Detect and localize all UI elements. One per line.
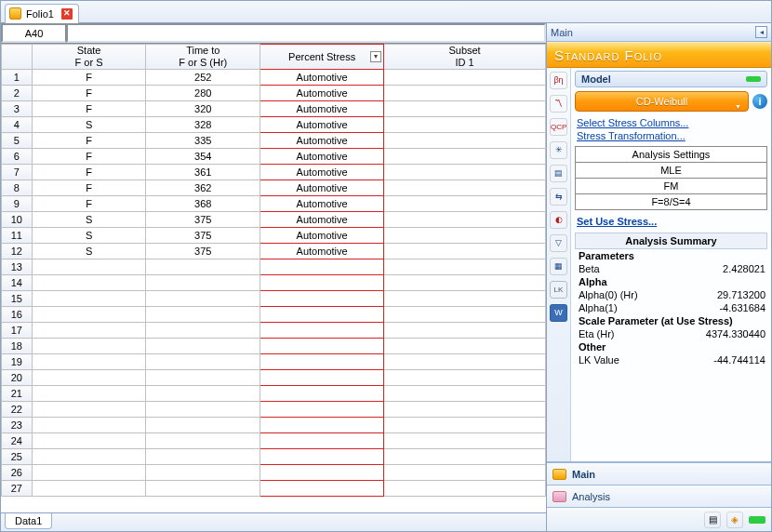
model-section-header[interactable]: Model xyxy=(575,71,767,87)
row-header[interactable]: 26 xyxy=(2,465,33,481)
close-icon[interactable]: ✕ xyxy=(61,8,73,20)
table-row[interactable]: 23 xyxy=(2,418,546,433)
cell-state[interactable]: S xyxy=(32,117,146,133)
row-header[interactable]: 4 xyxy=(2,117,33,133)
cell-time[interactable] xyxy=(146,354,260,370)
transfer-icon[interactable]: ⇆ xyxy=(550,188,567,206)
cell-stress[interactable]: Automotive xyxy=(260,165,384,180)
cell-subset[interactable] xyxy=(384,196,546,212)
row-header[interactable]: 11 xyxy=(2,228,33,244)
stress-dropdown-icon[interactable]: ▾ xyxy=(370,51,381,62)
cell-time[interactable] xyxy=(146,275,260,291)
cell-subset[interactable] xyxy=(384,86,546,101)
cell-time[interactable] xyxy=(146,402,260,418)
table-row[interactable]: 6F354Automotive xyxy=(2,149,546,165)
footer-tool-2-icon[interactable]: ◈ xyxy=(726,512,743,528)
cell-subset[interactable] xyxy=(384,465,546,481)
cell-state[interactable]: F xyxy=(32,133,146,149)
cell-time[interactable]: 368 xyxy=(146,196,260,212)
row-header[interactable]: 15 xyxy=(2,291,33,307)
corner-header[interactable] xyxy=(2,45,33,70)
cell-stress[interactable] xyxy=(260,354,384,370)
row-header[interactable]: 18 xyxy=(2,339,33,354)
row-header[interactable]: 17 xyxy=(2,323,33,339)
cell-state[interactable]: S xyxy=(32,212,146,228)
cell-subset[interactable] xyxy=(384,418,546,433)
cell-stress[interactable]: Automotive xyxy=(260,244,384,259)
row-header[interactable]: 27 xyxy=(2,481,33,497)
cell-state[interactable]: S xyxy=(32,228,146,244)
cell-state[interactable] xyxy=(32,481,146,497)
cell-stress[interactable] xyxy=(260,323,384,339)
cell-stress[interactable] xyxy=(260,465,384,481)
row-header[interactable]: 19 xyxy=(2,354,33,370)
table-row[interactable]: 11S375Automotive xyxy=(2,228,546,244)
table-row[interactable]: 3F320Automotive xyxy=(2,101,546,117)
cell-stress[interactable] xyxy=(260,418,384,433)
cell-time[interactable] xyxy=(146,449,260,465)
table-row[interactable]: 27 xyxy=(2,481,546,497)
cell-subset[interactable] xyxy=(384,339,546,354)
table-row[interactable]: 22 xyxy=(2,402,546,418)
cell-subset[interactable] xyxy=(384,323,546,339)
set-use-stress-link[interactable]: Set Use Stress... xyxy=(577,216,765,227)
cell-time[interactable] xyxy=(146,386,260,402)
document-tab[interactable]: Folio1 ✕ xyxy=(5,4,79,23)
cell-state[interactable]: F xyxy=(32,86,146,101)
cell-subset[interactable] xyxy=(384,133,546,149)
table-row[interactable]: 19 xyxy=(2,354,546,370)
model-dropdown[interactable]: CD-Weibull xyxy=(575,91,749,112)
cell-time[interactable]: 375 xyxy=(146,228,260,244)
cell-stress[interactable]: Automotive xyxy=(260,212,384,228)
cell-state[interactable]: S xyxy=(32,244,146,259)
table-row[interactable]: 24 xyxy=(2,433,546,449)
stress-icon[interactable]: ✳ xyxy=(550,141,567,159)
cell-time[interactable]: 252 xyxy=(146,70,260,86)
cell-stress[interactable] xyxy=(260,433,384,449)
row-header[interactable]: 8 xyxy=(2,180,33,196)
row-header[interactable]: 24 xyxy=(2,433,33,449)
cell-subset[interactable] xyxy=(384,386,546,402)
section-main-button[interactable]: Main xyxy=(547,462,771,485)
table-row[interactable]: 12S375Automotive xyxy=(2,244,546,259)
cell-stress[interactable] xyxy=(260,259,384,275)
cell-time[interactable] xyxy=(146,323,260,339)
cell-state[interactable] xyxy=(32,339,146,354)
table-row[interactable]: 9F368Automotive xyxy=(2,196,546,212)
cell-time[interactable] xyxy=(146,370,260,386)
cell-state[interactable]: F xyxy=(32,101,146,117)
cell-state[interactable] xyxy=(32,449,146,465)
spreadsheet[interactable]: State F or S Time to F or S (Hr) Percent… xyxy=(1,44,546,512)
table-row[interactable]: 25 xyxy=(2,449,546,465)
row-header[interactable]: 25 xyxy=(2,449,33,465)
row-header[interactable]: 10 xyxy=(2,212,33,228)
cell-state[interactable] xyxy=(32,370,146,386)
table-row[interactable]: 16 xyxy=(2,307,546,323)
row-header[interactable]: 21 xyxy=(2,386,33,402)
cell-stress[interactable]: Automotive xyxy=(260,196,384,212)
table-row[interactable]: 18 xyxy=(2,339,546,354)
cell-stress[interactable]: Automotive xyxy=(260,133,384,149)
sheet-tab[interactable]: Data1 xyxy=(5,513,52,529)
cell-subset[interactable] xyxy=(384,449,546,465)
cell-state[interactable] xyxy=(32,386,146,402)
cell-time[interactable] xyxy=(146,307,260,323)
cell-subset[interactable] xyxy=(384,101,546,117)
cell-state[interactable] xyxy=(32,275,146,291)
alter-icon[interactable]: ◐ xyxy=(550,211,567,229)
report-icon[interactable]: ▦ xyxy=(550,258,567,275)
cell-subset[interactable] xyxy=(384,149,546,165)
cell-stress[interactable] xyxy=(260,370,384,386)
cell-subset[interactable] xyxy=(384,402,546,418)
table-row[interactable]: 1F252Automotive xyxy=(2,70,546,86)
section-analysis-button[interactable]: Analysis xyxy=(547,485,771,507)
cell-subset[interactable] xyxy=(384,307,546,323)
cell-time[interactable]: 280 xyxy=(146,86,260,101)
table-row[interactable]: 14 xyxy=(2,275,546,291)
cell-stress[interactable]: Automotive xyxy=(260,149,384,165)
table-row[interactable]: 8F362Automotive xyxy=(2,180,546,196)
col-header-stress[interactable]: Percent Stress ▾ xyxy=(260,45,384,70)
col-header-subset[interactable]: Subset ID 1 xyxy=(384,45,546,70)
cell-stress[interactable] xyxy=(260,291,384,307)
select-stress-columns-link[interactable]: Select Stress Columns... xyxy=(577,117,765,128)
